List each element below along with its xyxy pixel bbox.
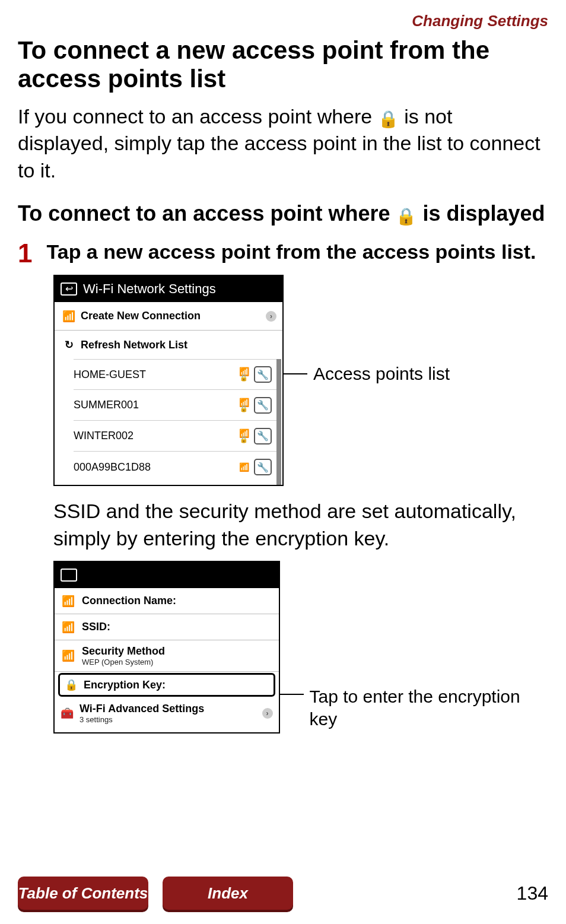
refresh-icon: ↻ — [61, 338, 77, 351]
security-method-label: Security Method — [82, 645, 165, 658]
wrench-icon[interactable]: 🔧 — [254, 397, 272, 414]
chevron-icon: › — [266, 311, 276, 322]
security-method-value: WEP (Open System) — [82, 658, 165, 666]
signal-lock-icon: 📶🔒 — [237, 399, 250, 411]
refresh-row[interactable]: ↻ Refresh Network List — [55, 331, 282, 359]
signal-icon: 📶 — [237, 464, 250, 471]
create-connection-label: Create New Connection — [81, 310, 201, 322]
chevron-icon: › — [262, 708, 273, 719]
ssid-label: SSID: — [82, 621, 110, 633]
wrench-icon[interactable]: 🔧 — [254, 366, 272, 383]
subheading-after: is displayed — [416, 201, 545, 226]
table-of-contents-button[interactable]: Table of Contents — [18, 877, 148, 910]
wifi-icon: 📶 — [61, 595, 76, 608]
key-lock-icon: 🔒 — [65, 678, 78, 691]
wifi-lock-icon: 📶 — [61, 649, 76, 662]
section-header: Changing Settings — [18, 12, 548, 30]
step-note: SSID and the security method are set aut… — [53, 498, 548, 553]
encryption-key-field[interactable]: 🔒 Encryption Key: — [58, 673, 275, 697]
toolbox-icon: 🧰 — [61, 707, 74, 720]
refresh-label: Refresh Network List — [81, 339, 187, 351]
network-row[interactable]: 000A99BC1D88 📶 🔧 — [74, 452, 279, 482]
advanced-settings-row[interactable]: 🧰 Wi-Fi Advanced Settings 3 settings › — [55, 698, 279, 732]
back-icon[interactable]: ↩ — [61, 569, 77, 582]
step-1: 1 Tap a new access point from the access… — [18, 239, 548, 266]
page-number: 134 — [517, 882, 548, 904]
network-row[interactable]: HOME-GUEST 📶🔒 🔧 — [74, 359, 279, 390]
wrench-icon[interactable]: 🔧 — [254, 459, 272, 475]
connection-name-label: Connection Name: — [82, 595, 176, 607]
wifi-settings-screenshot: ↩ Wi-Fi Network Settings 📶 Create New Co… — [53, 275, 284, 486]
advanced-settings-label: Wi-Fi Advanced Settings — [80, 703, 256, 715]
network-row[interactable]: SUMMER001 📶🔒 🔧 — [74, 390, 279, 421]
sub-heading: To connect to an access point where 🔒 is… — [18, 201, 548, 226]
connection-form-screenshot: ↩ 📶 Connection Name: 📶 SSID: 📶 Security … — [53, 561, 280, 734]
network-ssid: HOME-GUEST — [74, 369, 237, 381]
screen-title: Wi-Fi Network Settings — [83, 281, 216, 297]
callout-access-points: Access points list — [313, 364, 450, 384]
wrench-icon[interactable]: 🔧 — [254, 428, 272, 444]
advanced-settings-count: 3 settings — [80, 715, 256, 724]
step-text: Tap a new access point from the access p… — [46, 239, 536, 265]
security-method-field[interactable]: 📶 Security Method WEP (Open System) — [55, 640, 279, 672]
step-number: 1 — [18, 240, 32, 266]
network-ssid: WINTER002 — [74, 430, 237, 442]
main-heading: To connect a new access point from the a… — [18, 36, 548, 94]
network-ssid: 000A99BC1D88 — [74, 461, 237, 474]
wifi-plus-icon: 📶 — [61, 310, 77, 323]
subheading-before: To connect to an access point where — [18, 201, 396, 226]
access-points-list: HOME-GUEST 📶🔒 🔧 SUMMER001 📶🔒 🔧 WINTER002… — [55, 359, 282, 485]
intro-paragraph: If you connect to an access point where … — [18, 103, 548, 185]
index-button[interactable]: Index — [163, 877, 293, 910]
lock-icon: 🔒 — [396, 207, 416, 226]
ssid-field[interactable]: 📶 SSID: — [55, 614, 279, 640]
wifi-info-icon: 📶 — [61, 621, 76, 634]
create-connection-row[interactable]: 📶 Create New Connection › — [55, 302, 282, 331]
back-icon[interactable]: ↩ — [61, 282, 77, 296]
callout-encryption-key: Tap to enter the encryption key — [310, 685, 548, 730]
lock-icon: 🔒 — [378, 108, 399, 131]
callout-line — [284, 373, 307, 374]
screen-titlebar: ↩ — [55, 562, 279, 588]
network-ssid: SUMMER001 — [74, 399, 237, 411]
screen-titlebar: ↩ Wi-Fi Network Settings — [55, 276, 282, 302]
signal-lock-icon: 📶🔒 — [237, 369, 250, 380]
callout-line — [280, 694, 304, 695]
signal-lock-icon: 📶🔒 — [237, 430, 250, 442]
network-row[interactable]: WINTER002 📶🔒 🔧 — [74, 421, 279, 452]
encryption-key-label: Encryption Key: — [84, 679, 166, 691]
connection-name-field[interactable]: 📶 Connection Name: — [55, 588, 279, 614]
intro-text-before: If you connect to an access point where — [18, 105, 378, 128]
